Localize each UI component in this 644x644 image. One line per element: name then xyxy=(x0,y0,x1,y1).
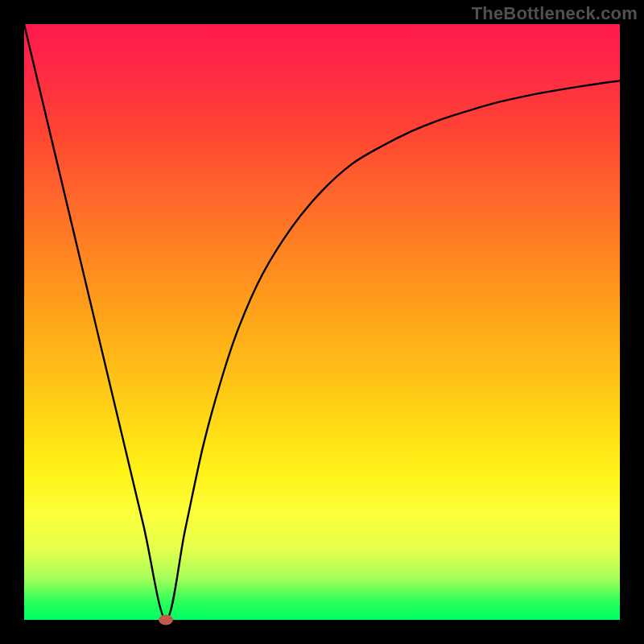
bottleneck-curve xyxy=(24,24,620,620)
plot-area xyxy=(24,24,620,620)
watermark-text: TheBottleneck.com xyxy=(472,3,638,24)
chart-frame: TheBottleneck.com xyxy=(0,0,644,644)
min-marker xyxy=(159,615,173,625)
